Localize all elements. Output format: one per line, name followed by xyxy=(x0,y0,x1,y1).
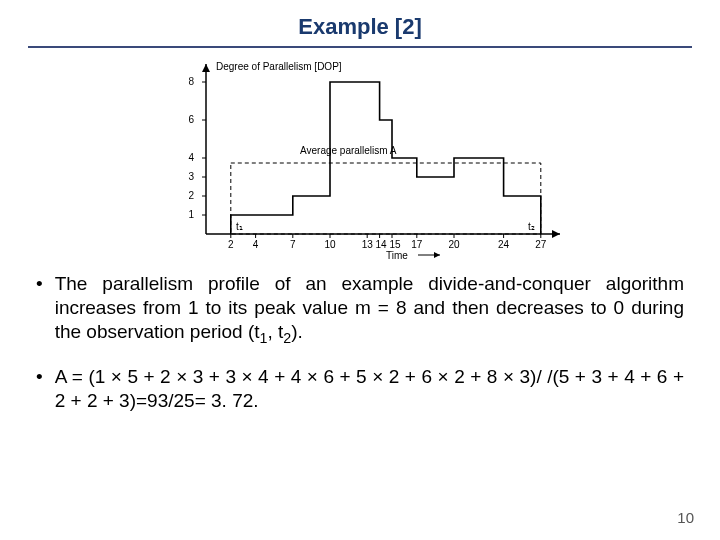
svg-text:13: 13 xyxy=(362,239,374,250)
svg-text:1: 1 xyxy=(188,209,194,220)
svg-text:2: 2 xyxy=(188,190,194,201)
bullet-2: • A = (1 × 5 + 2 × 3 + 3 × 4 + 4 × 6 + 5… xyxy=(36,365,684,413)
svg-text:7: 7 xyxy=(290,239,296,250)
svg-text:17: 17 xyxy=(411,239,423,250)
svg-text:8: 8 xyxy=(188,76,194,87)
slide-title: Example [2] xyxy=(0,0,720,40)
dop-step-line xyxy=(231,82,541,234)
svg-text:3: 3 xyxy=(188,171,194,182)
svg-text:10: 10 xyxy=(324,239,336,250)
y-axis-label: Degree of Parallelism [DOP] xyxy=(216,61,342,72)
svg-text:6: 6 xyxy=(188,114,194,125)
bullet-marker: • xyxy=(36,272,43,347)
page-number: 10 xyxy=(677,509,694,526)
average-label: Average parallelism A xyxy=(300,145,397,156)
y-ticks: 1 2 3 4 6 8 xyxy=(188,76,206,220)
title-underline xyxy=(28,46,692,48)
svg-text:15: 15 xyxy=(389,239,401,250)
bullet-1: • The parallelism profile of an example … xyxy=(36,272,684,347)
svg-marker-3 xyxy=(202,64,210,72)
bullet-list: • The parallelism profile of an example … xyxy=(0,268,720,413)
x-ticks: 2 4 7 10 13 14 15 17 20 24 27 xyxy=(228,234,547,250)
bullet-marker: • xyxy=(36,365,43,413)
bullet-1-text: The parallelism profile of an example di… xyxy=(55,272,684,347)
svg-text:2: 2 xyxy=(228,239,234,250)
t1-label: t₁ xyxy=(236,221,243,232)
svg-marker-5 xyxy=(434,252,440,258)
t2-label: t₂ xyxy=(528,221,535,232)
svg-text:14: 14 xyxy=(375,239,387,250)
svg-text:4: 4 xyxy=(253,239,259,250)
svg-text:4: 4 xyxy=(188,152,194,163)
svg-text:20: 20 xyxy=(448,239,460,250)
bullet-2-text: A = (1 × 5 + 2 × 3 + 3 × 4 + 4 × 6 + 5 ×… xyxy=(55,365,684,413)
svg-marker-1 xyxy=(552,230,560,238)
parallelism-chart: Degree of Parallelism [DOP] Time 1 2 3 4… xyxy=(140,54,580,264)
average-box xyxy=(231,163,541,234)
svg-text:27: 27 xyxy=(535,239,547,250)
x-axis-label: Time xyxy=(386,250,408,261)
svg-text:24: 24 xyxy=(498,239,510,250)
